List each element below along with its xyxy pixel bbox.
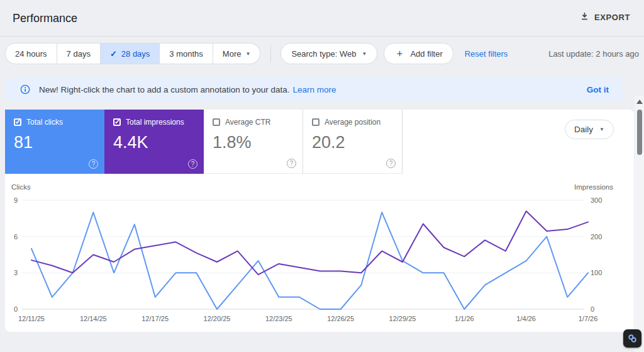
svg-text:12/20/25: 12/20/25 xyxy=(204,315,231,322)
granularity-label: Daily xyxy=(574,125,593,134)
scrollbar-thumb[interactable] xyxy=(637,110,642,155)
last-update-text: Last update: 2 hours ago xyxy=(548,49,639,59)
metric-tiles: Total clicks 81 ? Total impressions 4.4K… xyxy=(5,110,402,174)
tile-label: Average position xyxy=(325,118,380,127)
add-filter-button[interactable]: ＋ Add filter xyxy=(384,43,453,64)
checkbox-checked-icon[interactable] xyxy=(14,118,21,126)
toolbar-divider xyxy=(270,45,271,62)
granularity-dropdown[interactable]: Daily ▼ xyxy=(565,120,614,139)
svg-text:1/1/26: 1/1/26 xyxy=(455,315,474,322)
export-label: EXPORT xyxy=(594,13,630,22)
range-label: 24 hours xyxy=(15,49,47,59)
plus-icon: ＋ xyxy=(394,47,404,60)
tile-label: Total clicks xyxy=(26,118,63,127)
page-title: Performance xyxy=(13,12,77,25)
tile-value: 4.4K xyxy=(113,133,195,152)
range-label: More xyxy=(223,49,242,59)
filter-toolbar: 24 hours 7 days ✓ 28 days 3 months More … xyxy=(5,43,639,64)
svg-text:12/23/25: 12/23/25 xyxy=(265,315,292,322)
date-range-group: 24 hours 7 days ✓ 28 days 3 months More … xyxy=(5,43,260,64)
search-type-dropdown[interactable]: Search type: Web ▼ xyxy=(280,43,377,64)
range-label: 3 months xyxy=(169,49,203,59)
svg-text:3: 3 xyxy=(14,269,18,276)
checkbox-unchecked-icon[interactable] xyxy=(312,118,319,126)
got-it-button[interactable]: Got it xyxy=(587,85,609,94)
range-label: 28 days xyxy=(121,49,150,59)
tile-total-clicks[interactable]: Total clicks 81 ? xyxy=(5,110,104,174)
range-3-months-button[interactable]: 3 months xyxy=(160,43,213,64)
page-header: Performance EXPORT xyxy=(0,0,644,37)
svg-text:0: 0 xyxy=(14,305,18,313)
svg-text:Clicks: Clicks xyxy=(11,183,31,191)
reset-filters-link[interactable]: Reset filters xyxy=(465,49,508,59)
help-icon[interactable]: ? xyxy=(386,159,396,168)
tile-total-impressions[interactable]: Total impressions 4.4K ? xyxy=(104,110,204,174)
svg-text:9: 9 xyxy=(14,196,18,204)
learn-more-link[interactable]: Learn more xyxy=(292,85,336,94)
range-label: 7 days xyxy=(67,49,91,59)
svg-text:100: 100 xyxy=(591,269,602,276)
scroll-up-arrow-icon[interactable] xyxy=(636,99,643,104)
tile-value: 1.8% xyxy=(213,133,294,152)
range-28-days-button[interactable]: ✓ 28 days xyxy=(101,43,160,64)
range-24-hours-button[interactable]: 24 hours xyxy=(5,43,57,64)
help-icon[interactable]: ? xyxy=(89,159,98,169)
info-icon xyxy=(20,84,30,94)
link-icon xyxy=(627,333,638,344)
performance-card: Total clicks 81 ? Total impressions 4.4K… xyxy=(5,110,634,332)
range-7-days-button[interactable]: 7 days xyxy=(57,43,101,64)
performance-chart[interactable]: ClicksImpressions0031006200930012/11/251… xyxy=(5,181,634,331)
checkbox-checked-icon[interactable] xyxy=(113,118,121,126)
add-filter-label: Add filter xyxy=(410,49,442,59)
range-more-button[interactable]: More ▼ xyxy=(213,43,261,64)
svg-text:1/4/26: 1/4/26 xyxy=(516,315,536,322)
tile-label: Total impressions xyxy=(126,118,184,127)
tile-value: 20.2 xyxy=(312,133,393,152)
svg-text:12/29/25: 12/29/25 xyxy=(389,315,416,322)
svg-text:12/17/25: 12/17/25 xyxy=(142,315,169,322)
tile-average-position[interactable]: Average position 20.2 ? xyxy=(303,110,402,174)
chevron-down-icon: ▼ xyxy=(599,127,604,132)
export-button[interactable]: EXPORT xyxy=(580,11,630,23)
help-icon[interactable]: ? xyxy=(188,159,197,169)
tile-label: Average CTR xyxy=(225,118,270,127)
svg-text:Impressions: Impressions xyxy=(574,183,613,191)
checkmark-icon: ✓ xyxy=(110,49,117,59)
banner-text: New! Right-click the chart to add a cust… xyxy=(39,85,289,94)
help-icon[interactable]: ? xyxy=(287,159,296,168)
svg-text:1/7/26: 1/7/26 xyxy=(579,315,598,322)
chevron-down-icon: ▼ xyxy=(245,51,250,57)
checkbox-unchecked-icon[interactable] xyxy=(213,118,220,126)
tile-average-ctr[interactable]: Average CTR 1.8% ? xyxy=(204,110,303,174)
svg-text:6: 6 xyxy=(14,233,18,241)
chevron-down-icon: ▼ xyxy=(362,51,367,57)
tile-value: 81 xyxy=(14,133,96,152)
svg-text:300: 300 xyxy=(591,196,602,204)
link-overlay-button[interactable] xyxy=(623,329,641,348)
download-icon xyxy=(580,11,589,23)
vertical-scrollbar[interactable] xyxy=(635,96,644,352)
svg-text:12/11/25: 12/11/25 xyxy=(18,315,45,322)
annotation-banner: New! Right-click the chart to add a cust… xyxy=(5,78,624,101)
search-type-label: Search type: Web xyxy=(291,49,356,59)
svg-text:12/26/25: 12/26/25 xyxy=(327,315,354,322)
svg-text:200: 200 xyxy=(591,233,602,241)
svg-text:12/14/25: 12/14/25 xyxy=(80,315,107,322)
svg-text:0: 0 xyxy=(591,305,594,313)
